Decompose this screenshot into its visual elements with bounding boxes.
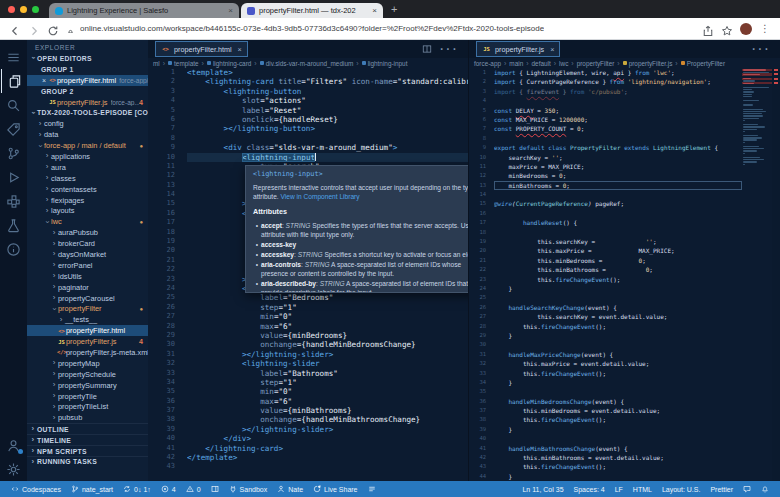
- editor-tab[interactable]: JSpropertyFilter.js×: [476, 41, 560, 57]
- code-line[interactable]: this.maxPrice = event.detail.value;: [494, 359, 742, 368]
- file-item[interactable]: <>propertyFilter.html: [27, 325, 148, 336]
- status-4[interactable]: 4: [156, 485, 181, 494]
- breadcrumb-item[interactable]: force-app: [474, 60, 501, 67]
- code-line[interactable]: </template>: [187, 453, 468, 462]
- folder-item[interactable]: ›propertySummary: [27, 380, 148, 391]
- test-beaker-icon[interactable]: [1, 213, 26, 237]
- code-line[interactable]: min="0": [187, 387, 468, 396]
- code-line[interactable]: value={minBathrooms}: [187, 406, 468, 415]
- code-line[interactable]: [494, 190, 742, 199]
- code-line[interactable]: }: [494, 284, 742, 293]
- split-editor-icon[interactable]: [422, 40, 432, 58]
- code-line[interactable]: handleMaxPriceChange(event) {: [494, 350, 742, 359]
- code-line[interactable]: <lightning-slider: [187, 359, 468, 368]
- sidebar-section-npm-scripts[interactable]: ›NPM SCRIPTS: [27, 445, 148, 456]
- folder-item[interactable]: ›__tests__: [27, 314, 148, 325]
- open-editors-header[interactable]: ›OPEN EDITORS: [27, 53, 148, 64]
- code-line[interactable]: export default class PropertyFilter exte…: [494, 143, 742, 152]
- breadcrumb-item[interactable]: lightning-card: [207, 60, 251, 67]
- code-line[interactable]: handleMinBedroomsChange(event) {: [494, 397, 742, 406]
- folder-item[interactable]: ›ldsUtils: [27, 271, 148, 282]
- folder-item[interactable]: ›auraPubsub: [27, 227, 148, 238]
- code-line[interactable]: ></lightning-slider>: [187, 425, 468, 434]
- more-actions-icon[interactable]: ···: [439, 40, 458, 58]
- code-line[interactable]: </div>: [187, 434, 468, 443]
- close-icon[interactable]: ×: [40, 77, 48, 84]
- code-line[interactable]: step="1": [187, 378, 468, 387]
- browser-tab-1[interactable]: propertyFilter.html — tdx-202×: [241, 3, 383, 18]
- code-line[interactable]: this.maxPrice = MAX_PRICE;: [494, 246, 742, 255]
- code-line[interactable]: max="6": [187, 397, 468, 406]
- code-line[interactable]: }: [494, 425, 742, 434]
- code-line[interactable]: import { CurrentPageReference } from 'li…: [494, 77, 742, 86]
- status-nate-start[interactable]: nate_start: [66, 485, 118, 494]
- code-line[interactable]: [494, 340, 742, 349]
- tag-icon[interactable]: [1, 117, 26, 141]
- search-icon[interactable]: [1, 93, 26, 117]
- folder-item[interactable]: ›pubsub: [27, 412, 148, 423]
- folder-item[interactable]: ›force-app / main / default●: [27, 140, 148, 151]
- status-feedback-icon[interactable]: [738, 485, 756, 494]
- code-line[interactable]: onchange={handleMinBathroomsChange}: [187, 415, 468, 424]
- code-line[interactable]: [187, 134, 468, 143]
- code-line[interactable]: [494, 293, 742, 302]
- code-line[interactable]: [494, 209, 742, 218]
- folder-item[interactable]: ›propertyFilter●: [27, 303, 148, 314]
- code-line[interactable]: this.minBedrooms = 0;: [494, 256, 742, 265]
- overview-ruler[interactable]: [772, 68, 780, 481]
- code-line[interactable]: this.minBathrooms = event.detail.value;: [494, 453, 742, 462]
- account-icon[interactable]: [1, 433, 26, 457]
- code-line[interactable]: ></lightning-slider>: [187, 350, 468, 359]
- code-line[interactable]: const DELAY = 350;: [494, 106, 742, 115]
- code-line[interactable]: <template>: [187, 68, 468, 77]
- info-circle-icon[interactable]: [1, 237, 26, 261]
- code-line[interactable]: <lightning-card title="Filters" icon-nam…: [187, 77, 468, 86]
- code-line[interactable]: value={minBedrooms}: [187, 331, 468, 340]
- workspace-root[interactable]: ›TDX-2020-TOOLS-EPISODE [CODESPACES]: [27, 107, 148, 118]
- code-line[interactable]: ></lightning-button>: [187, 124, 468, 133]
- open-editor-item[interactable]: ×<>propertyFilter.htmlforce-app/...: [27, 75, 148, 86]
- code-line[interactable]: this.minBedrooms = event.detail.value;: [494, 406, 742, 415]
- editor-tab[interactable]: <>propertyFilter.html×: [155, 41, 248, 57]
- folder-item[interactable]: ›daysOnMarket: [27, 249, 148, 260]
- breadcrumb-item[interactable]: propertyFilter: [577, 60, 615, 67]
- folder-item[interactable]: ›contentassets: [27, 184, 148, 195]
- code-line[interactable]: }: [494, 378, 742, 387]
- code-line[interactable]: handleMinBathroomsChange(event) {: [494, 444, 742, 453]
- code-line[interactable]: maxPrice = MAX_PRICE;: [494, 162, 742, 171]
- code-line[interactable]: this.searchKey = event.detail.value;: [494, 312, 742, 321]
- status-0[interactable]: 0: [181, 485, 206, 494]
- breadcrumb-item[interactable]: ml: [153, 60, 160, 67]
- file-item[interactable]: JSpropertyFilter.js4: [27, 336, 148, 347]
- code-line[interactable]: [494, 96, 742, 105]
- browser-avatar[interactable]: [740, 23, 752, 35]
- browser-menu-icon[interactable]: ⋮: [759, 23, 771, 35]
- folder-item[interactable]: ›data: [27, 129, 148, 140]
- code-line[interactable]: handleSearchKeyChange(event) {: [494, 303, 742, 312]
- code-line[interactable]: handleReset() {: [494, 218, 742, 227]
- status-sandbox[interactable]: Sandbox: [224, 485, 273, 494]
- share-icon[interactable]: [702, 23, 714, 35]
- close-icon[interactable]: ×: [550, 45, 554, 54]
- code-line[interactable]: const MAX_PRICE = 1200000;: [494, 115, 742, 124]
- code-line[interactable]: [494, 434, 742, 443]
- code-line[interactable]: max="6": [187, 322, 468, 331]
- code-line[interactable]: <lightning-button: [187, 87, 468, 96]
- status-bell-icon[interactable]: [756, 485, 774, 494]
- code-line[interactable]: }: [494, 331, 742, 340]
- code-line[interactable]: @wire(CurrentPageReference) pageRef;: [494, 199, 742, 208]
- settings-gear-icon[interactable]: [1, 457, 26, 481]
- source-control-icon[interactable]: [1, 141, 26, 165]
- forward-icon[interactable]: [28, 23, 40, 35]
- breadcrumb-item[interactable]: propertyFilter.js: [623, 60, 673, 67]
- status-editor-layout-icon[interactable]: [206, 485, 224, 494]
- extensions-icon[interactable]: [1, 189, 26, 213]
- new-tab-button[interactable]: +: [391, 0, 397, 18]
- reload-icon[interactable]: [47, 23, 59, 35]
- status-html[interactable]: HTML: [628, 485, 657, 494]
- code-line[interactable]: this.fireChangeEvent();: [494, 275, 742, 284]
- close-icon[interactable]: ×: [228, 6, 233, 15]
- breadcrumb-item[interactable]: default: [532, 60, 551, 67]
- code-line[interactable]: this.fireChangeEvent();: [494, 322, 742, 331]
- status-spaces-4[interactable]: Spaces: 4: [569, 485, 610, 494]
